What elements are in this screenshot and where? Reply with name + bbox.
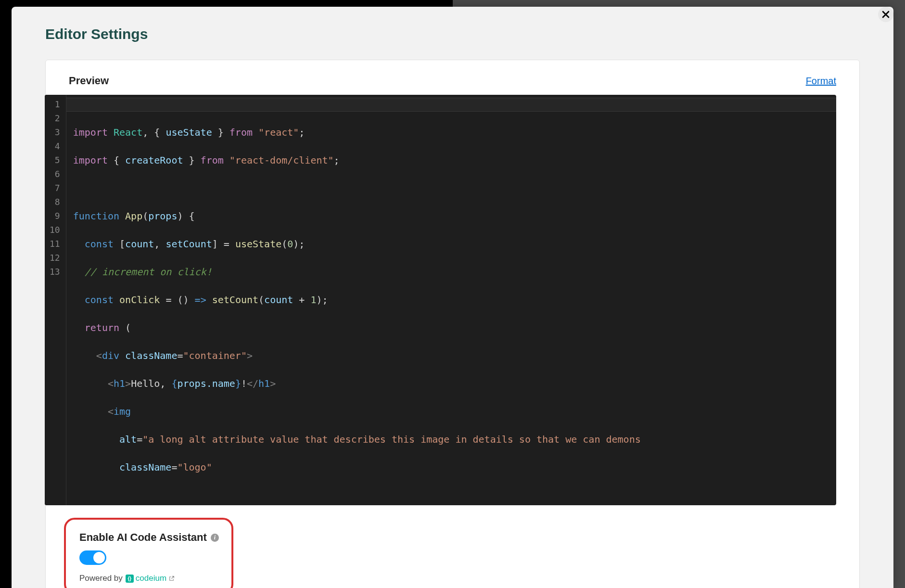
close-button[interactable] [878,7,893,22]
code-content[interactable]: import React, { useState } from "react";… [66,95,836,505]
ai-assistant-label: Enable AI Code Assistant [79,531,207,544]
external-link-icon [168,575,175,582]
ai-assistant-highlight: Enable AI Code Assistant i Powered by co… [64,518,233,588]
line-gutter: 1 2 3 4 5 6 7 8 9 10 11 12 13 [45,95,66,505]
format-link[interactable]: Format [806,76,836,87]
codeium-link[interactable]: codeium [126,574,175,583]
powered-by-row: Powered by codeium [79,574,220,583]
info-icon[interactable]: i [211,534,219,542]
codeium-logo-icon [126,575,134,583]
powered-by-text: Powered by [79,574,123,583]
preview-label: Preview [69,75,109,87]
toggle-knob [93,552,105,563]
codeium-text: codeium [136,574,166,583]
settings-modal: Editor Settings Preview Format 1 2 3 4 5… [12,7,893,588]
close-icon [881,10,891,19]
settings-card: Preview Format 1 2 3 4 5 6 7 8 9 10 11 1… [45,60,860,588]
modal-scroll[interactable]: Editor Settings Preview Format 1 2 3 4 5… [12,7,893,588]
page-title: Editor Settings [45,26,860,42]
code-preview[interactable]: 1 2 3 4 5 6 7 8 9 10 11 12 13 import Rea… [45,95,836,505]
ai-assistant-toggle[interactable] [79,550,106,565]
